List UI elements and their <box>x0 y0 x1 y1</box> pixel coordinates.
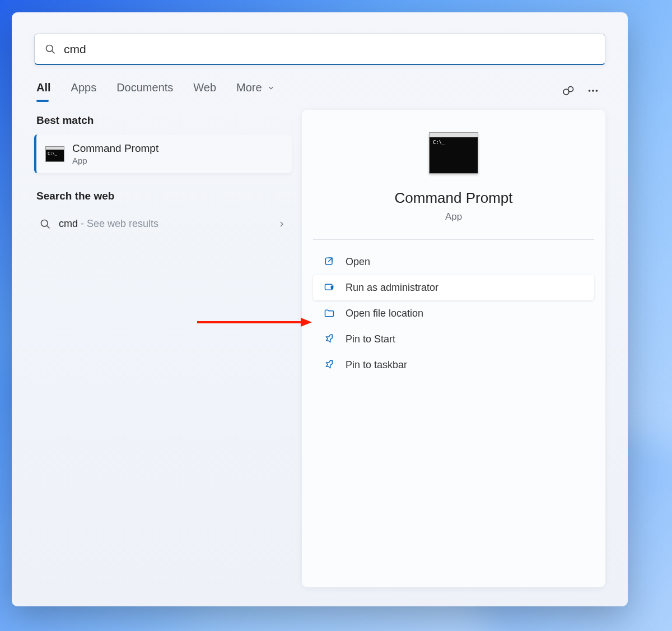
chat-icon-button[interactable] <box>558 81 578 101</box>
action-pin-taskbar-label: Pin to taskbar <box>346 359 407 371</box>
action-run-admin[interactable]: Run as administrator <box>313 275 594 300</box>
action-pin-start[interactable]: Pin to Start <box>313 326 594 352</box>
svg-point-6 <box>596 90 598 92</box>
chevron-down-icon <box>267 84 275 92</box>
action-list: Open Run as administrator Open file loca… <box>313 249 594 378</box>
more-options-button[interactable] <box>583 81 603 101</box>
search-web-header: Search the web <box>36 190 292 202</box>
preview-subtitle: App <box>445 211 462 222</box>
best-match-title: Command Prompt <box>72 142 158 155</box>
svg-point-5 <box>592 90 594 92</box>
preview-panel: Command Prompt App Open Run as administr… <box>302 110 605 587</box>
action-pin-taskbar[interactable]: Pin to taskbar <box>313 352 594 378</box>
ellipsis-icon <box>587 85 599 97</box>
results-column: Best match Command Prompt App Search the… <box>34 110 292 587</box>
open-icon <box>323 256 335 268</box>
svg-point-4 <box>589 90 591 92</box>
tab-more[interactable]: More <box>236 81 275 101</box>
tab-documents[interactable]: Documents <box>116 81 173 101</box>
svg-line-8 <box>47 225 50 228</box>
action-open[interactable]: Open <box>313 249 594 275</box>
tab-apps[interactable]: Apps <box>71 81 97 101</box>
best-match-item[interactable]: Command Prompt App <box>34 134 292 173</box>
search-bar[interactable] <box>34 34 605 65</box>
tab-web[interactable]: Web <box>193 81 216 101</box>
action-pin-start-label: Pin to Start <box>346 333 395 345</box>
svg-point-7 <box>41 220 48 226</box>
tabs-row: All Apps Documents Web More <box>34 81 605 101</box>
svg-line-1 <box>52 50 55 53</box>
folder-icon <box>323 307 335 319</box>
action-open-label: Open <box>346 256 370 268</box>
action-run-admin-label: Run as administrator <box>346 282 438 294</box>
pin-icon <box>323 333 335 345</box>
search-icon <box>45 44 56 55</box>
chat-icon <box>562 84 575 98</box>
preview-title: Command Prompt <box>395 189 513 207</box>
chevron-right-icon <box>277 220 286 229</box>
start-search-panel: All Apps Documents Web More Best match C… <box>12 12 628 606</box>
svg-point-0 <box>46 45 53 52</box>
admin-shield-icon <box>323 281 335 294</box>
pin-icon <box>323 359 335 371</box>
command-prompt-icon <box>429 132 478 174</box>
web-result-text: cmd - See web results <box>59 218 158 230</box>
web-result-item[interactable]: cmd - See web results <box>34 210 292 238</box>
web-result-term: cmd <box>59 218 78 229</box>
tab-more-label: More <box>236 81 262 94</box>
best-match-subtitle: App <box>72 156 158 165</box>
divider <box>313 239 594 240</box>
svg-point-3 <box>568 87 573 92</box>
search-icon <box>40 219 51 230</box>
command-prompt-icon <box>45 146 64 162</box>
action-open-location-label: Open file location <box>346 308 423 319</box>
search-input[interactable] <box>64 43 595 56</box>
svg-line-10 <box>328 258 332 262</box>
action-open-location[interactable]: Open file location <box>313 300 594 326</box>
web-result-hint: - See web results <box>78 218 158 229</box>
tab-all[interactable]: All <box>36 81 51 101</box>
best-match-header: Best match <box>36 114 292 127</box>
